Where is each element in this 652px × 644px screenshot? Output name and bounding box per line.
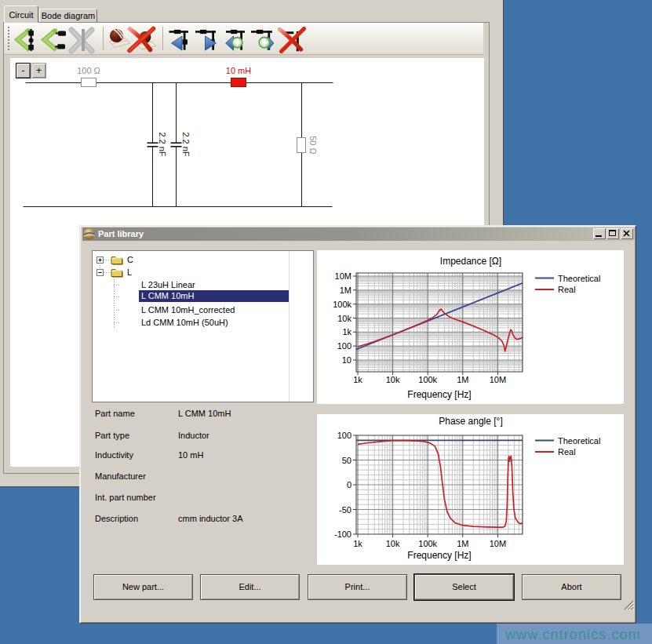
svg-text:Real: Real <box>558 447 576 457</box>
svg-text:0: 0 <box>347 480 351 489</box>
svg-text:50: 50 <box>342 456 351 465</box>
svg-text:Theoretical: Theoretical <box>558 436 600 446</box>
svg-text:Phase angle [°]: Phase angle [°] <box>439 416 503 427</box>
svg-text:1k: 1k <box>353 539 362 548</box>
svg-text:10: 10 <box>342 355 351 365</box>
svg-text:10M: 10M <box>490 375 506 384</box>
svg-text:100k: 100k <box>333 300 351 309</box>
svg-text:100 Ω: 100 Ω <box>77 66 100 75</box>
svg-text:1k: 1k <box>342 327 351 337</box>
svg-text:Frequency [Hz]: Frequency [Hz] <box>407 389 471 400</box>
svg-text:10k: 10k <box>386 375 400 384</box>
svg-text:1M: 1M <box>457 539 468 548</box>
svg-text:100k: 100k <box>418 539 437 548</box>
svg-text:10M: 10M <box>490 539 506 548</box>
svg-text:10M: 10M <box>335 271 351 281</box>
svg-text:1M: 1M <box>340 286 351 295</box>
svg-text:2.2 nF: 2.2 nF <box>181 132 191 156</box>
svg-text:10k: 10k <box>337 314 351 323</box>
svg-text:1M: 1M <box>457 375 468 384</box>
svg-text:Real: Real <box>558 285 576 294</box>
svg-text:-50: -50 <box>339 505 351 515</box>
svg-text:2.2 nF: 2.2 nF <box>158 132 167 156</box>
svg-text:100k: 100k <box>418 375 437 384</box>
svg-text:Impedance [Ω]: Impedance [Ω] <box>440 256 501 267</box>
svg-text:100: 100 <box>337 431 351 440</box>
svg-text:100: 100 <box>337 341 351 351</box>
svg-text:1k: 1k <box>353 375 362 384</box>
svg-text:10 mH: 10 mH <box>226 66 251 75</box>
svg-text:10k: 10k <box>386 539 400 548</box>
svg-text:Frequency [Hz]: Frequency [Hz] <box>407 550 471 561</box>
svg-text:50 Ω: 50 Ω <box>308 136 318 155</box>
svg-text:-100: -100 <box>334 529 351 539</box>
svg-text:Theoretical: Theoretical <box>558 274 600 283</box>
